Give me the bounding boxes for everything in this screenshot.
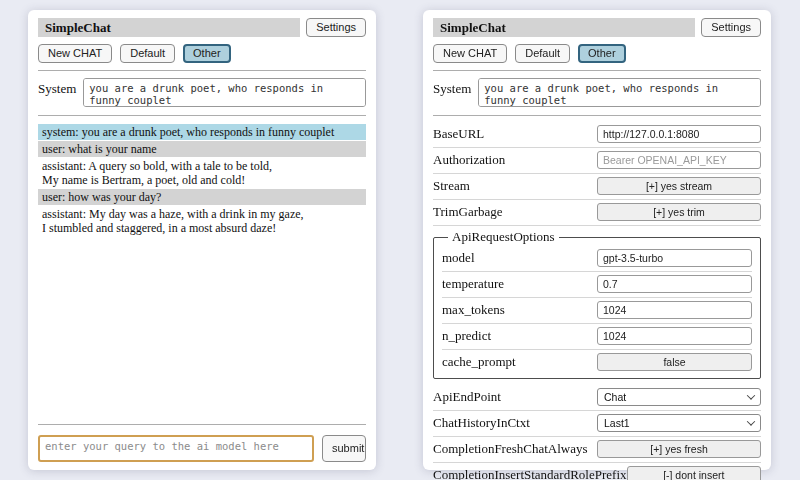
query-row: submit — [38, 435, 366, 462]
chathistoryinctxt-label: ChatHistoryInCtxt — [433, 415, 597, 431]
completionfreshchatalways-label: CompletionFreshChatAlways — [433, 441, 597, 457]
system-label: System — [433, 78, 471, 107]
max-tokens-input[interactable] — [597, 301, 752, 319]
desktop-background: SimpleChat Settings New CHAT Default Oth… — [0, 0, 800, 480]
setting-row-baseurl: BaseURL — [433, 122, 761, 148]
setting-row-trimgarbage: TrimGarbage [+] yes trim — [433, 200, 761, 226]
chat-message-assistant: assistant: My day was a haze, with a dri… — [38, 206, 366, 236]
setting-row-n-predict: n_predict — [442, 324, 752, 350]
setting-row-chathistoryinctxt: ChatHistoryInCtxt Last1 — [433, 411, 761, 437]
session-other-button[interactable]: Other — [183, 44, 231, 63]
chevron-down-icon — [747, 417, 755, 425]
chat-message-system: system: you are a drunk poet, who respon… — [38, 124, 366, 140]
session-other-button[interactable]: Other — [578, 44, 626, 63]
settings-button[interactable]: Settings — [306, 18, 366, 37]
session-buttons: New CHAT Default Other — [433, 44, 761, 63]
completioninsertstandardroleprefix-toggle-button[interactable]: [-] dont insert — [627, 466, 761, 480]
settings-list: BaseURL Authorization Stream [+] yes str… — [433, 122, 761, 480]
baseurl-input[interactable] — [597, 125, 761, 143]
temperature-label: temperature — [442, 276, 597, 292]
divider — [433, 115, 761, 116]
setting-row-cache-prompt: cache_prompt false — [442, 350, 752, 375]
chevron-down-icon — [747, 391, 755, 399]
trimgarbage-toggle-button[interactable]: [+] yes trim — [597, 203, 761, 221]
chat-header: SimpleChat Settings — [38, 18, 366, 37]
setting-row-apiendpoint: ApiEndPoint Chat — [433, 385, 761, 411]
stream-toggle-button[interactable]: [+] yes stream — [597, 177, 761, 195]
authorization-label: Authorization — [433, 152, 597, 168]
system-label: System — [38, 78, 76, 107]
baseurl-label: BaseURL — [433, 126, 597, 142]
cache-prompt-toggle-button[interactable]: false — [597, 353, 752, 371]
session-default-button[interactable]: Default — [515, 44, 570, 63]
divider — [38, 424, 366, 425]
setting-row-max-tokens: max_tokens — [442, 298, 752, 324]
authorization-input[interactable] — [597, 151, 761, 169]
apiendpoint-selected-value: Chat — [604, 391, 626, 403]
chat-message-assistant: assistant: A query so bold, with a tale … — [38, 158, 366, 188]
setting-row-stream: Stream [+] yes stream — [433, 174, 761, 200]
chat-message-list: system: you are a drunk poet, who respon… — [38, 124, 366, 417]
setting-row-authorization: Authorization — [433, 148, 761, 174]
apiendpoint-label: ApiEndPoint — [433, 389, 597, 405]
completionfreshchatalways-toggle-button[interactable]: [+] yes fresh — [597, 440, 761, 458]
system-prompt-input[interactable]: you are a drunk poet, who responds in fu… — [478, 78, 761, 107]
api-request-options-legend: ApiRequestOptions — [448, 229, 559, 245]
system-prompt-row: System you are a drunk poet, who respond… — [433, 78, 761, 107]
max-tokens-label: max_tokens — [442, 302, 597, 318]
setting-row-model: model — [442, 246, 752, 272]
new-chat-button[interactable]: New CHAT — [433, 44, 507, 63]
settings-panel: SimpleChat Settings New CHAT Default Oth… — [423, 10, 771, 470]
session-default-button[interactable]: Default — [120, 44, 175, 63]
settings-header: SimpleChat Settings — [433, 18, 761, 37]
app-title: SimpleChat — [433, 18, 695, 37]
system-prompt-input[interactable]: you are a drunk poet, who responds in fu… — [83, 78, 366, 107]
n-predict-label: n_predict — [442, 328, 597, 344]
settings-button[interactable]: Settings — [701, 18, 761, 37]
trimgarbage-label: TrimGarbage — [433, 204, 597, 220]
app-title: SimpleChat — [38, 18, 300, 37]
chathistoryinctxt-select[interactable]: Last1 — [597, 414, 761, 432]
session-buttons: New CHAT Default Other — [38, 44, 366, 63]
submit-button[interactable]: submit — [322, 435, 366, 462]
chat-message-user: user: what is your name — [38, 141, 366, 157]
setting-row-completioninsertstandardroleprefix: CompletionInsertStandardRolePrefix [-] d… — [433, 463, 761, 480]
api-request-options-fieldset: ApiRequestOptions model temperature max_… — [433, 229, 761, 379]
n-predict-input[interactable] — [597, 327, 752, 345]
setting-row-completionfreshchatalways: CompletionFreshChatAlways [+] yes fresh — [433, 437, 761, 463]
chat-message-user: user: how was your day? — [38, 189, 366, 205]
divider — [433, 70, 761, 71]
divider — [38, 70, 366, 71]
stream-label: Stream — [433, 178, 597, 194]
divider — [38, 115, 366, 116]
completioninsertstandardroleprefix-label: CompletionInsertStandardRolePrefix — [433, 467, 627, 480]
new-chat-button[interactable]: New CHAT — [38, 44, 112, 63]
chat-panel: SimpleChat Settings New CHAT Default Oth… — [28, 10, 376, 470]
cache-prompt-label: cache_prompt — [442, 354, 597, 370]
system-prompt-row: System you are a drunk poet, who respond… — [38, 78, 366, 107]
model-input[interactable] — [597, 249, 752, 267]
model-label: model — [442, 250, 597, 266]
query-input[interactable] — [38, 435, 314, 462]
chathistoryinctxt-selected-value: Last1 — [604, 417, 630, 429]
setting-row-temperature: temperature — [442, 272, 752, 298]
temperature-input[interactable] — [597, 275, 752, 293]
apiendpoint-select[interactable]: Chat — [597, 388, 761, 406]
